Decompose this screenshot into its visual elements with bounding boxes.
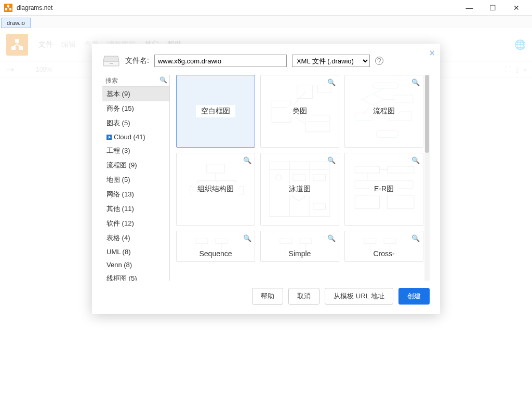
category-label: 图表 (5) [107, 118, 130, 128]
category-item[interactable]: 线框图 (5) [102, 271, 169, 281]
svg-rect-50 [196, 239, 208, 244]
category-item[interactable]: 软件 (12) [102, 216, 169, 231]
template-label: Simple [284, 248, 316, 259]
svg-rect-12 [305, 115, 330, 132]
category-label: Venn (8) [107, 261, 132, 269]
close-button[interactable]: ✕ [504, 0, 528, 16]
storage-icon [102, 54, 120, 68]
filename-label: 文件名: [125, 56, 149, 65]
svg-rect-25 [207, 164, 224, 173]
category-label: 网络 (13) [107, 190, 134, 199]
template-tile[interactable]: 空白框图 [176, 75, 255, 148]
category-label: 软件 (12) [107, 219, 134, 228]
template-tile[interactable]: 🔍泳道图 [260, 153, 339, 226]
svg-rect-55 [300, 239, 312, 244]
category-item[interactable]: 商务 (15) [102, 101, 169, 116]
category-item[interactable]: 网络 (13) [102, 187, 169, 202]
magnify-icon[interactable]: 🔍 [243, 156, 251, 164]
svg-point-38 [276, 175, 282, 180]
help-button[interactable]: 帮助 [252, 288, 283, 305]
template-tile[interactable]: 🔍流程图 [344, 75, 423, 148]
new-diagram-dialog: × 文件名: XML 文件 (.drawio) ? 🔍 [92, 44, 440, 314]
svg-rect-44 [387, 166, 414, 173]
category-item[interactable]: 图表 (5) [102, 116, 169, 130]
svg-rect-54 [280, 239, 292, 244]
svg-rect-10 [297, 85, 313, 99]
category-label: Cloud (41) [114, 133, 145, 141]
filename-input[interactable] [154, 55, 287, 67]
svg-rect-46 [355, 195, 379, 209]
category-item[interactable]: Cloud (41) [102, 130, 169, 143]
cancel-button[interactable]: 取消 [288, 288, 320, 305]
svg-rect-58 [364, 239, 376, 244]
help-icon[interactable]: ? [375, 57, 383, 65]
category-sidebar: 🔍 基本 (9)商务 (15)图表 (5)Cloud (41)工程 (3)流程图… [102, 75, 170, 281]
svg-line-22 [373, 88, 384, 94]
minimize-button[interactable]: — [458, 0, 481, 16]
svg-rect-39 [293, 174, 305, 181]
app-icon [4, 4, 12, 12]
category-item[interactable]: 其他 (11) [102, 202, 169, 216]
category-label: UML (8) [107, 248, 130, 256]
template-label: E-R图 [369, 183, 399, 195]
create-button[interactable]: 创建 [398, 288, 430, 305]
category-label: 流程图 (9) [107, 161, 137, 170]
category-label: 商务 (15) [107, 104, 134, 113]
scrollbar[interactable] [424, 75, 430, 281]
svg-rect-18 [394, 95, 413, 103]
category-label: 地图 (5) [107, 175, 130, 184]
magnify-icon[interactable]: 🔍 [327, 234, 336, 242]
category-label: 线框图 (5) [107, 274, 137, 281]
template-tile[interactable]: 🔍类图 [260, 75, 339, 148]
category-item[interactable]: Venn (8) [102, 258, 169, 271]
category-item[interactable]: 工程 (3) [102, 143, 169, 158]
template-tile[interactable]: 🔍组织结构图 [176, 153, 255, 226]
modal-overlay: × 文件名: XML 文件 (.drawio) ? 🔍 [0, 28, 532, 396]
svg-rect-47 [387, 195, 414, 209]
maximize-button[interactable]: ☐ [481, 0, 504, 16]
from-url-button[interactable]: 从模板 URL 地址 [325, 288, 393, 305]
filetype-select[interactable]: XML 文件 (.drawio) [292, 55, 370, 67]
template-tile[interactable]: 🔍E-R图 [344, 153, 423, 226]
template-label: 流程图 [368, 105, 400, 117]
svg-rect-16 [373, 83, 398, 88]
scrollbar-thumb[interactable] [425, 75, 429, 153]
tab-strip: draw.io [0, 16, 532, 28]
svg-rect-0 [7, 5, 9, 7]
magnify-icon[interactable]: 🔍 [411, 78, 420, 86]
window-title: diagrams.net [17, 4, 52, 11]
dialog-close-icon[interactable]: × [429, 48, 435, 59]
category-item[interactable]: 表格 (4) [102, 231, 169, 245]
template-label: 类图 [287, 105, 312, 117]
svg-rect-59 [384, 239, 396, 244]
template-label: Cross- [368, 248, 400, 259]
magnify-icon[interactable]: 🔍 [327, 156, 336, 164]
category-label: 工程 (3) [107, 146, 130, 155]
template-label: 泳道图 [284, 183, 316, 195]
template-tile[interactable]: 🔍Cross- [344, 231, 423, 262]
svg-rect-42 [313, 203, 326, 210]
tab-drawio[interactable]: draw.io [1, 18, 31, 28]
category-item[interactable]: 流程图 (9) [102, 158, 169, 173]
template-tile[interactable]: 🔍Sequence [176, 231, 255, 262]
svg-marker-17 [362, 94, 384, 105]
magnify-icon[interactable]: 🔍 [243, 234, 251, 242]
template-label: Sequence [194, 248, 237, 259]
category-item[interactable]: UML (8) [102, 245, 169, 258]
expand-icon [107, 135, 112, 140]
svg-rect-51 [216, 239, 228, 244]
magnify-icon[interactable]: 🔍 [411, 156, 420, 164]
svg-rect-40 [313, 174, 326, 181]
search-icon[interactable]: 🔍 [159, 76, 167, 84]
category-label: 表格 (4) [107, 233, 130, 243]
template-label: 空白框图 [196, 105, 235, 117]
svg-rect-7 [110, 63, 113, 64]
template-tile[interactable]: 🔍Simple [260, 231, 339, 262]
magnify-icon[interactable]: 🔍 [411, 234, 420, 242]
template-label: 组织结构图 [192, 183, 239, 195]
svg-rect-43 [355, 166, 379, 173]
svg-rect-2 [9, 8, 11, 10]
category-item[interactable]: 地图 (5) [102, 173, 169, 187]
magnify-icon[interactable]: 🔍 [327, 78, 336, 86]
category-item[interactable]: 基本 (9) [102, 87, 169, 101]
